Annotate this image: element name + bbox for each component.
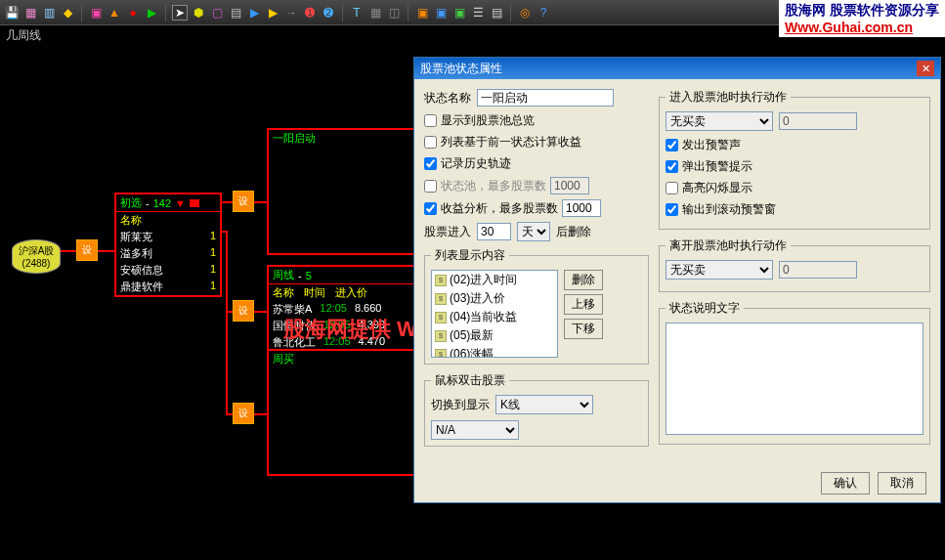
node-header: 一阳启动 <box>269 130 416 147</box>
db-count: (2488) <box>22 258 51 269</box>
list-item: $(02)进入时间 <box>432 271 557 289</box>
grid-icon[interactable]: ▦ <box>367 5 383 21</box>
node-title: 初选 <box>120 195 142 210</box>
display-list[interactable]: $(02)进入时间 $(03)进入价 $(04)当前收益 $(05)最新 $(0… <box>431 270 558 358</box>
banner-line2: Www.Guhai.com.cn <box>785 20 939 35</box>
record-icon[interactable]: ● <box>125 5 141 21</box>
chk-flash[interactable] <box>666 182 678 194</box>
enter-group-label: 进入股票池时执行动作 <box>666 89 791 106</box>
banner-line1: 股海网 股票软件资源分享 <box>785 2 939 20</box>
gate-node-2[interactable]: 设 <box>233 191 254 212</box>
table-row: 斯莱克1 <box>116 229 220 245</box>
desc-textarea[interactable] <box>666 323 924 435</box>
list-icon[interactable]: ☰ <box>470 5 486 21</box>
list-item: $(05)最新 <box>432 326 557 345</box>
arrow-icon[interactable]: → <box>283 5 299 21</box>
maxprofit-input[interactable] <box>562 199 601 217</box>
enter-action-group: 进入股票池时执行动作 无买卖 发出预警声 弹出预警提示 高亮闪烁显示 输出到滚动… <box>659 89 930 230</box>
page-icon[interactable]: ▤ <box>228 5 243 21</box>
db-source-node[interactable]: 沪深A股 (2488) <box>12 239 61 274</box>
chk-profit[interactable] <box>424 202 437 215</box>
list-item: $(03)进入价 <box>432 289 557 308</box>
chk-history[interactable] <box>424 157 437 170</box>
field-icon: $ <box>435 275 447 286</box>
moveup-button[interactable]: 上移 <box>564 294 603 315</box>
target-icon[interactable]: ◎ <box>517 5 533 21</box>
dbl-group-label: 鼠标双击股票 <box>431 372 509 389</box>
dual-icon[interactable]: ◫ <box>386 5 402 21</box>
enter-action-select[interactable]: 无买卖 <box>666 111 773 131</box>
enter-action-num <box>779 112 857 130</box>
num1-icon[interactable]: ➊ <box>302 5 318 21</box>
node-weekbuy[interactable]: 周买 <box>267 349 418 476</box>
delete-button[interactable]: 删除 <box>564 270 603 290</box>
chk-overview[interactable] <box>424 114 437 127</box>
flag-yellow-icon[interactable]: ▶ <box>265 5 280 21</box>
gate-node-4[interactable]: 设 <box>233 403 254 424</box>
cancel-button[interactable]: 取消 <box>878 472 926 495</box>
flag-blue-icon[interactable]: ▶ <box>246 5 262 21</box>
leave-action-select[interactable]: 无买卖 <box>666 260 773 280</box>
enter-unit-select[interactable]: 天 <box>517 222 550 241</box>
play-icon[interactable]: ▶ <box>144 5 159 21</box>
ok-button[interactable]: 确认 <box>821 472 870 495</box>
node-preselect[interactable]: 初选 - 142 ▼ 名称 斯莱克1 溢多利1 安硕信息1 鼎捷软件1 <box>114 193 222 297</box>
tool-icon-4[interactable]: ▣ <box>88 5 104 21</box>
list-group-label: 列表显示内容 <box>431 247 509 264</box>
table-row: 国恒时代12:054.390 <box>269 318 416 334</box>
node-title: 周买 <box>273 352 294 366</box>
node-title: 周线 <box>273 268 294 282</box>
chk-maxpool[interactable] <box>424 180 437 193</box>
tool-icon-5[interactable]: ▲ <box>107 5 122 21</box>
num2-icon[interactable]: ➋ <box>321 5 336 21</box>
dialog-titlebar[interactable]: 股票池状态属性 ✕ <box>414 58 940 79</box>
blue-box-icon[interactable]: ▣ <box>433 5 449 21</box>
db-icon[interactable]: ⬢ <box>191 5 206 21</box>
node-yiyang[interactable]: 一阳启动 <box>267 128 418 255</box>
tool-icon-3[interactable]: ◆ <box>60 5 75 21</box>
chk-popup[interactable] <box>666 160 678 173</box>
list-display-group: 列表显示内容 $(02)进入时间 $(03)进入价 $(04)当前收益 $(05… <box>424 247 649 365</box>
node-header: 周买 <box>269 351 416 367</box>
dbl-na-select[interactable]: N/A <box>431 420 519 440</box>
table-row: 安硕信息1 <box>116 262 220 279</box>
orange-box-icon[interactable]: ▣ <box>414 5 430 21</box>
node-count: 5 <box>306 270 312 281</box>
node-count: 142 <box>153 197 171 209</box>
chk-scroll[interactable] <box>666 203 678 216</box>
chk-prev[interactable] <box>424 136 437 149</box>
leave-group-label: 离开股票池时执行动作 <box>666 237 791 254</box>
status-name-input[interactable] <box>477 89 614 107</box>
field-icon: $ <box>435 312 447 323</box>
help-icon[interactable]: ? <box>536 5 551 21</box>
dialog-title: 股票池状态属性 <box>420 61 502 77</box>
green-box-icon[interactable]: ▣ <box>451 5 467 21</box>
list-item: $(04)当前收益 <box>432 308 557 326</box>
movedown-button[interactable]: 下移 <box>564 319 603 339</box>
box-icon[interactable]: ▢ <box>209 5 225 21</box>
col-headers: 名称时间进入价 <box>269 283 416 301</box>
close-icon[interactable]: ✕ <box>917 61 934 76</box>
status-name-label: 状态名称 <box>424 90 471 107</box>
leave-action-num <box>779 261 857 279</box>
dbl-select[interactable]: K线 <box>495 395 593 414</box>
node-toggle-icon[interactable] <box>190 199 199 207</box>
db-cylinder-icon: 沪深A股 (2488) <box>12 239 61 274</box>
pointer-icon[interactable]: ➤ <box>172 5 188 21</box>
gate-node-3[interactable]: 设 <box>233 300 254 322</box>
tool-icon-1[interactable]: ▦ <box>22 5 38 21</box>
save-icon[interactable]: 💾 <box>4 5 20 21</box>
enter-days-input[interactable] <box>477 223 511 240</box>
table-row: 溢多利1 <box>116 245 220 262</box>
gate-node-1[interactable]: 设 <box>76 239 98 261</box>
tool-icon-2[interactable]: ▥ <box>41 5 57 21</box>
col-header: 名称 <box>116 211 220 229</box>
text-icon[interactable]: T <box>349 5 365 21</box>
table-row: 鼎捷软件1 <box>116 279 220 295</box>
desc-group-label: 状态说明文字 <box>666 300 744 317</box>
sheet-icon[interactable]: ▤ <box>489 5 504 21</box>
enter-suffix: 后删除 <box>556 224 591 240</box>
node-weekline[interactable]: 周线 - 5 名称时间进入价 苏常柴A12:058.660 国恒时代12:054… <box>267 265 418 353</box>
db-name: 沪深A股 <box>19 244 55 258</box>
chk-alert[interactable] <box>666 139 678 151</box>
